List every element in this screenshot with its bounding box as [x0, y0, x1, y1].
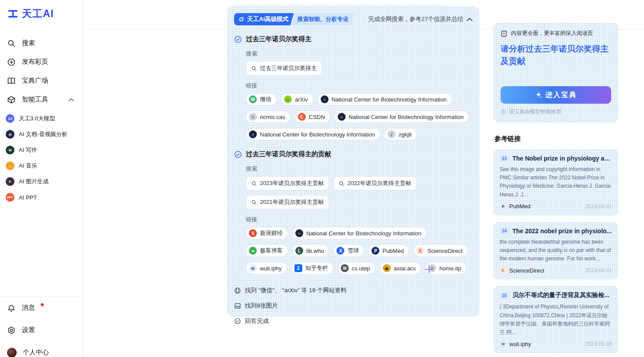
- app-logo[interactable]: 天工AI: [0, 0, 83, 21]
- tool-label: AI PPT: [19, 194, 37, 201]
- source-link-chip[interactable]: Wcs.utep: [338, 262, 375, 274]
- links-section-label: 链接: [246, 216, 472, 224]
- reference-source[interactable]: wwuli.iphy: [500, 340, 531, 347]
- search-section-label: 搜索: [246, 50, 472, 58]
- cube-icon: [7, 95, 16, 104]
- libwhu-icon: L: [295, 247, 303, 255]
- wordpress-icon: W: [341, 264, 349, 272]
- step-check-icon: [234, 35, 242, 43]
- status-text: 回答完成: [245, 317, 269, 325]
- source-link-chip[interactable]: W微信: [246, 93, 276, 105]
- sidebar-tool-item[interactable]: 3.0天工3.0大模型: [0, 111, 83, 126]
- zgkjlt-icon: z: [388, 130, 396, 138]
- search-query-chip[interactable]: 过去三年诺贝尔奖得主: [246, 61, 322, 75]
- source-link-chip[interactable]: ∞极客博客: [246, 245, 288, 257]
- source-link-chip[interactable]: »National Center for Biotechnology Infor…: [318, 93, 452, 105]
- sidebar-item-label: 宝典广场: [22, 77, 48, 85]
- promo-title: 请分析过去三年诺贝尔奖得主及贡献: [500, 43, 611, 67]
- source-link-chip[interactable]: EScienceDirect: [413, 245, 468, 257]
- agent-step: 过去三年诺贝尔奖得主搜索过去三年诺贝尔奖得主链接W微信☺arXiv»Nation…: [234, 35, 472, 140]
- source-link-chip[interactable]: ◆axial.acs: [380, 262, 421, 274]
- reference-card[interactable]: 15贝尔不等式的量子违背及其实验检...( 3Department of Phy…: [494, 286, 618, 353]
- link-chip-row: W微信☺arXiv»National Center for Biotechnol…: [246, 93, 472, 140]
- reference-header: 14The 2022 nobel prize in physiolo...: [500, 228, 612, 234]
- reference-number: 15: [500, 292, 509, 299]
- main-content: 高级 全网 请分析过去三年诺贝尔奖得主及贡献 天工AI高级模式 搜索: [83, 0, 644, 357]
- promo-header: 内容更全面，更丰富的深入阅读页: [500, 30, 611, 37]
- reference-source[interactable]: PPubMed: [500, 203, 530, 210]
- badge-label: 天工AI高级模式: [247, 15, 289, 23]
- reference-card[interactable]: 14The 2022 nobel prize in physiolo...the…: [494, 222, 618, 280]
- tool-avatar: P: [6, 177, 14, 186]
- search-query-chip[interactable]: 2022年诺贝尔奖得主贡献: [333, 176, 416, 190]
- sidebar-tool-item[interactable]: PPTAI PPT: [0, 189, 83, 205]
- source-link-chip[interactable]: PPubMed: [368, 245, 409, 257]
- sidebar-item-smart-tools[interactable]: 智能工具: [0, 90, 83, 109]
- source-link-chip[interactable]: Z知乎专栏: [291, 262, 333, 274]
- search-icon: [251, 181, 257, 186]
- reference-title[interactable]: The Nobel prize in physiology an...: [512, 155, 612, 162]
- source-link-chip[interactable]: »National Center for Biotechnology Infor…: [292, 227, 427, 239]
- status-row-images: 找到8张图片: [234, 302, 472, 310]
- chevron-up-icon[interactable]: [69, 98, 74, 102]
- search-icon: [339, 181, 344, 186]
- agent-step: 过去三年诺贝尔奖得主的贡献搜索2023年诺贝尔奖得主贡献2022年诺贝尔奖得主贡…: [234, 150, 472, 274]
- reference-title[interactable]: The 2022 nobel prize in physiolo...: [512, 228, 612, 234]
- tool-label: AI 图片生成: [19, 178, 49, 186]
- globe-icon: [234, 287, 241, 294]
- sidebar-tool-item[interactable]: ♪AI 音乐: [0, 158, 83, 174]
- badge-subtitle: 搜索智能、分析专业: [291, 13, 354, 25]
- tool-avatar: 3.0: [6, 114, 14, 123]
- search-icon: [7, 39, 16, 48]
- source-link-chip[interactable]: ☺arXiv: [281, 93, 313, 105]
- sidebar-tool-item[interactable]: AIAI 文档-音视频分析: [0, 126, 83, 142]
- tool-label: AI 音乐: [19, 162, 37, 170]
- image-icon: [234, 302, 241, 309]
- source-link-chip[interactable]: CCSDN: [295, 111, 330, 123]
- source-link-chip[interactable]: »National Center for Biotechnology Infor…: [246, 128, 380, 140]
- status-text: 找到8张图片: [245, 302, 278, 310]
- sidebar-tool-item[interactable]: PAI 图片生成: [0, 174, 83, 189]
- enter-baodian-label: 进入宝典: [546, 91, 577, 100]
- sidebar-item-label: 搜索: [22, 39, 35, 47]
- reference-footer: wwuli.iphy2023-01-16: [500, 340, 612, 347]
- ncbi-icon: »: [295, 229, 303, 237]
- links-section-label: 链接: [246, 82, 472, 90]
- reference-footer: EScienceDirect2023-04-01: [500, 267, 612, 274]
- ncbi-icon: »: [249, 130, 257, 138]
- status-row-sites: 找到 "微信"、 "arXiv" 等 19 个网站资料: [234, 287, 472, 294]
- reference-date: 2023-01-16: [585, 341, 612, 347]
- ncbi-icon: »: [338, 113, 346, 121]
- geek-blog-icon: ∞: [249, 247, 257, 255]
- wechat-icon: W: [249, 95, 257, 103]
- search-chip-row: 过去三年诺贝尔奖得主: [246, 61, 472, 75]
- search-query-chip[interactable]: 2021年诺贝尔奖得主贡献: [246, 195, 329, 209]
- sidebar-item-baodian-plaza[interactable]: 宝典广场: [0, 71, 83, 90]
- source-link-chip[interactable]: »National Center for Biotechnology Infor…: [335, 111, 469, 123]
- sidebar-item-messages[interactable]: 消息: [0, 297, 83, 319]
- search-summary-toggle[interactable]: 完成全网搜索，参考27个信源并总结: [368, 15, 472, 23]
- app-logo-text: 天工AI: [22, 7, 54, 21]
- search-query-chip[interactable]: 2023年诺贝尔奖得主贡献: [246, 176, 329, 190]
- pubmed-icon: P: [500, 203, 507, 210]
- reference-number: 13: [500, 155, 509, 162]
- reference-source[interactable]: EScienceDirect: [500, 267, 544, 274]
- source-link-chip[interactable]: wwuli.iphy: [246, 262, 287, 274]
- source-link-chip[interactable]: zzgkjlt: [385, 128, 417, 140]
- reference-card[interactable]: 13The Nobel prize in physiology an...See…: [494, 149, 618, 216]
- reference-footer: PPubMed2023-01-01: [500, 203, 612, 210]
- enter-baodian-button[interactable]: 进入宝典: [500, 86, 611, 104]
- source-link-chip[interactable]: X雪球: [333, 245, 364, 257]
- sidebar-item-settings[interactable]: 设置: [0, 319, 83, 341]
- reference-title[interactable]: 贝尔不等式的量子违背及其实验检...: [512, 291, 609, 299]
- source-link-chip[interactable]: Llib.whu: [292, 245, 329, 257]
- step-check-icon: [234, 150, 242, 158]
- sidebar-item-publish[interactable]: 发布彩页: [0, 52, 83, 71]
- sidebar-tool-item[interactable]: WAI 写作: [0, 142, 83, 158]
- promo-note: 该宝典由模型智能推荐: [500, 108, 611, 116]
- source-link-chip[interactable]: S新浪财经: [246, 227, 288, 239]
- source-link-chip[interactable]: nncmis.cas: [246, 111, 290, 123]
- source-link-chip[interactable]: hhome.itp: [425, 262, 466, 274]
- sidebar-item-search[interactable]: 搜索: [0, 34, 83, 52]
- sidebar-item-profile[interactable]: 个人中心: [0, 341, 83, 357]
